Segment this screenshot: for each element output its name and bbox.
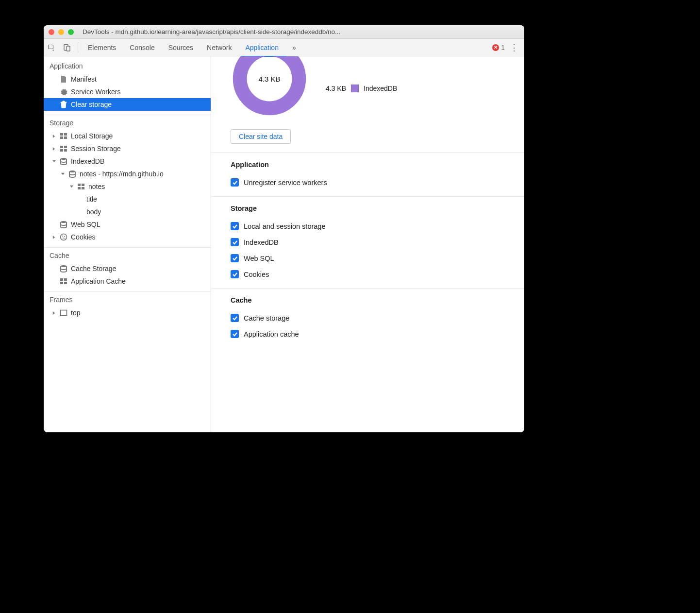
check-unregister-service-workers[interactable]: Unregister service workers: [231, 174, 505, 190]
sidebar-section-storage: Storage: [44, 115, 211, 130]
sidebar-label: Local Storage: [71, 132, 113, 140]
devtools-toolbar: Elements Console Sources Network Applica…: [44, 39, 524, 56]
expand-arrow-icon[interactable]: [51, 235, 56, 239]
section-cache: Cache Cache storage Application cache: [211, 288, 524, 348]
sidebar-item-indexeddb[interactable]: IndexedDB: [44, 155, 211, 168]
error-count-badge[interactable]: ✕ 1: [492, 44, 505, 51]
section-title: Storage: [231, 204, 505, 212]
svg-rect-14: [82, 184, 84, 186]
sidebar-item-cookies[interactable]: Cookies: [44, 231, 211, 243]
check-cache-storage[interactable]: Cache storage: [231, 310, 505, 326]
clear-site-data-button[interactable]: Clear site data: [231, 129, 291, 144]
svg-point-23: [61, 265, 67, 267]
tab-more[interactable]: »: [285, 39, 303, 56]
collapse-arrow-icon[interactable]: [69, 184, 74, 189]
sidebar-item-clear-storage[interactable]: Clear storage: [44, 98, 211, 111]
collapse-arrow-icon[interactable]: [51, 159, 56, 164]
expand-arrow-icon[interactable]: [51, 146, 56, 151]
sidebar-label: notes - https://mdn.github.io: [80, 170, 164, 178]
svg-rect-6: [64, 136, 67, 139]
svg-rect-16: [82, 187, 84, 189]
svg-rect-7: [60, 146, 63, 148]
section-storage: Storage Local and session storage Indexe…: [211, 196, 524, 288]
sidebar-label: Service Workers: [71, 88, 120, 96]
svg-rect-28: [61, 310, 67, 316]
svg-point-20: [64, 236, 65, 237]
svg-point-12: [69, 170, 75, 172]
sidebar-item-web-sql[interactable]: Web SQL: [44, 218, 211, 231]
tab-console[interactable]: Console: [123, 39, 161, 56]
svg-rect-13: [78, 184, 81, 186]
check-label: Unregister service workers: [244, 179, 327, 187]
sidebar-section-application: Application: [44, 56, 211, 73]
devtools-tabs: Elements Console Sources Network Applica…: [81, 39, 303, 56]
tab-application[interactable]: Application: [238, 39, 285, 56]
section-title: Application: [231, 161, 505, 169]
inspect-element-icon[interactable]: [44, 39, 59, 56]
database-icon: [59, 220, 68, 229]
sidebar-item-cache-storage[interactable]: Cache Storage: [44, 262, 211, 275]
check-cookies[interactable]: Cookies: [231, 266, 505, 282]
window-minimize-button[interactable]: [58, 29, 64, 35]
sidebar-item-idb-field-body[interactable]: body: [44, 205, 211, 218]
svg-point-17: [61, 221, 67, 223]
sidebar-item-idb-store[interactable]: notes: [44, 180, 211, 193]
device-toggle-icon[interactable]: [59, 39, 75, 56]
donut-center-label: 4.3 KB: [258, 75, 280, 83]
window-maximize-button[interactable]: [68, 29, 74, 35]
check-label: Local and session storage: [244, 222, 325, 230]
settings-menu-icon[interactable]: ⋮: [510, 42, 518, 53]
sidebar-label: notes: [88, 183, 105, 190]
body-split: Application Manifest Service Workers: [44, 56, 524, 432]
collapse-arrow-icon[interactable]: [60, 171, 65, 176]
gear-icon: [59, 87, 68, 96]
check-label: Web SQL: [244, 255, 274, 262]
sidebar-item-idb-database[interactable]: notes - https://mdn.github.io: [44, 168, 211, 180]
check-application-cache[interactable]: Application cache: [231, 326, 505, 342]
tab-network[interactable]: Network: [200, 39, 238, 56]
sidebar-item-application-cache[interactable]: Application Cache: [44, 275, 211, 288]
sidebar-item-service-workers[interactable]: Service Workers: [44, 85, 211, 98]
sidebar-item-session-storage[interactable]: Session Storage: [44, 142, 211, 155]
expand-arrow-icon[interactable]: [51, 134, 56, 138]
window-close-button[interactable]: [49, 29, 54, 35]
legend-value: 4.3 KB: [326, 85, 346, 92]
svg-rect-9: [60, 149, 63, 152]
chart-legend: 4.3 KB IndexedDB: [326, 85, 397, 92]
traffic-lights: [49, 29, 74, 35]
sidebar-item-local-storage[interactable]: Local Storage: [44, 130, 211, 142]
check-label: Application cache: [244, 330, 299, 338]
check-web-sql[interactable]: Web SQL: [231, 250, 505, 266]
storage-usage-chart: 4.3 KB 4.3 KB IndexedDB: [211, 56, 524, 129]
svg-rect-15: [78, 187, 81, 189]
svg-rect-25: [64, 278, 67, 281]
checkbox-icon: [231, 254, 239, 262]
sidebar-label: top: [71, 309, 80, 317]
svg-rect-3: [60, 133, 63, 136]
database-icon: [68, 170, 77, 178]
sidebar-label: Application Cache: [71, 277, 126, 285]
sidebar-label: Session Storage: [71, 145, 121, 153]
checkbox-icon: [231, 238, 239, 246]
svg-rect-8: [64, 146, 67, 148]
svg-rect-27: [64, 282, 67, 284]
check-local-session-storage[interactable]: Local and session storage: [231, 218, 505, 234]
table-icon: [59, 144, 68, 153]
sidebar-label: IndexedDB: [71, 157, 104, 165]
sidebar-item-manifest[interactable]: Manifest: [44, 73, 211, 85]
svg-rect-4: [64, 133, 67, 136]
window-titlebar: DevTools - mdn.github.io/learning-area/j…: [44, 25, 524, 39]
sidebar-item-idb-field-title[interactable]: title: [44, 193, 211, 205]
tab-elements[interactable]: Elements: [81, 39, 123, 56]
svg-rect-24: [60, 278, 63, 281]
expand-arrow-icon[interactable]: [51, 310, 56, 315]
checkbox-icon: [231, 222, 239, 230]
tab-sources[interactable]: Sources: [162, 39, 200, 56]
sidebar-item-frame-top[interactable]: top: [44, 306, 211, 319]
svg-rect-0: [49, 45, 53, 49]
svg-rect-10: [64, 149, 67, 152]
check-indexeddb[interactable]: IndexedDB: [231, 234, 505, 250]
checkbox-icon: [231, 314, 239, 322]
donut-chart: 4.3 KB: [231, 56, 308, 118]
clear-storage-panel: 4.3 KB 4.3 KB IndexedDB Clear site data …: [211, 56, 524, 432]
